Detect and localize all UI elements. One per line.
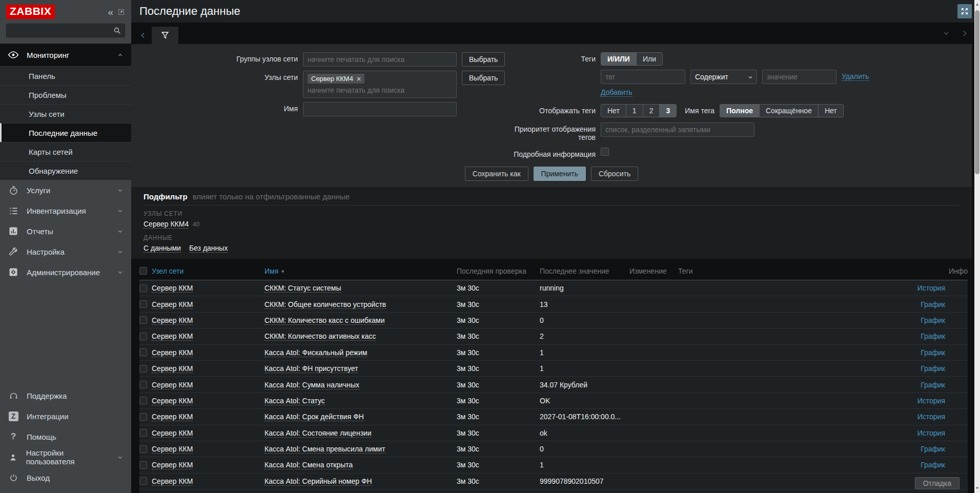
sidebar-item-configuration[interactable]: Настройка	[0, 241, 131, 262]
host-link[interactable]: Сервер ККМ	[152, 364, 193, 373]
row-checkbox[interactable]	[139, 397, 147, 404]
row-checkbox[interactable]	[139, 300, 147, 308]
item-name-link[interactable]: Касса Atol: Срок действия ФН	[264, 413, 364, 421]
select-all-checkbox[interactable]	[139, 267, 147, 275]
host-link[interactable]: Сервер ККМ	[152, 332, 193, 341]
tag-add-link[interactable]: Добавить	[601, 88, 632, 97]
host-link[interactable]: Сервер ККМ	[152, 477, 193, 486]
row-checkbox[interactable]	[139, 316, 147, 324]
host-link[interactable]: Сервер ККМ	[152, 413, 193, 421]
history-graph-link[interactable]: График	[921, 381, 968, 389]
history-graph-link[interactable]: График	[921, 332, 968, 340]
item-name-link[interactable]: Касса Atol: Фискальный режим	[264, 348, 367, 357]
row-checkbox[interactable]	[139, 429, 147, 437]
sidebar-collapse-icon[interactable]: «	[108, 7, 113, 17]
sidebar-item-help[interactable]: ? Помощь	[0, 426, 131, 447]
hosts-input-placeholder[interactable]: начните печатать для поиска	[308, 86, 452, 94]
search-icon[interactable]	[113, 26, 121, 35]
row-checkbox[interactable]	[139, 445, 147, 453]
history-graph-link[interactable]: График	[921, 300, 968, 309]
sidebar-item-monitoring[interactable]: Мониторинг	[0, 44, 131, 66]
row-checkbox[interactable]	[139, 461, 147, 469]
sidebar-item-maps[interactable]: Карты сетей	[0, 142, 131, 161]
chip-close-icon[interactable]: ×	[357, 75, 361, 83]
history-graph-link[interactable]: История	[917, 284, 968, 292]
tag-name-none[interactable]: Нет	[818, 105, 843, 117]
tag-name-short[interactable]: Сокращённое	[759, 105, 818, 117]
sidebar-item-reports[interactable]: Отчеты	[0, 221, 131, 241]
host-link[interactable]: Сервер ККМ	[152, 348, 193, 357]
host-groups-input[interactable]	[303, 52, 457, 67]
host-link[interactable]: Сервер ККМ	[152, 381, 193, 389]
apply-button[interactable]: Применить	[534, 167, 586, 181]
host-link[interactable]: Сервер ККМ	[152, 300, 193, 309]
history-graph-link[interactable]: График	[921, 445, 968, 453]
sidebar-item-inventory[interactable]: Инвентаризация	[0, 200, 131, 221]
reset-button[interactable]: Сбросить	[591, 167, 638, 181]
host-link[interactable]: Сервер ККМ	[152, 445, 193, 454]
history-graph-link[interactable]: График	[921, 461, 968, 469]
host-link[interactable]: Сервер ККМ	[152, 316, 193, 325]
host-link[interactable]: Сервер ККМ	[152, 429, 193, 438]
tag-value-input[interactable]	[762, 70, 836, 84]
show-tags-3[interactable]: 3	[659, 105, 676, 117]
tag-name-full[interactable]: Полное	[720, 105, 759, 117]
row-checkbox[interactable]	[139, 381, 147, 388]
item-name-link[interactable]: Касса Atol: Состояние лицензии	[264, 429, 372, 438]
item-name-link[interactable]: Касса Atol: Сумма наличных	[264, 381, 359, 389]
sidebar-item-latest-data[interactable]: Последние данные	[0, 123, 131, 142]
collapse-filter-icon[interactable]	[942, 29, 950, 37]
sidebar-item-integrations[interactable]: Z Интеграции	[0, 406, 131, 426]
item-name-link[interactable]: Касса Atol: Смена превысила лимит	[264, 445, 385, 454]
sidebar-item-problems[interactable]: Проблемы	[0, 85, 131, 104]
kiosk-mode-button[interactable]	[957, 4, 972, 18]
history-graph-link[interactable]: График	[921, 364, 968, 373]
sidebar-item-support[interactable]: Поддержка	[0, 385, 131, 406]
details-checkbox[interactable]	[601, 148, 609, 156]
item-name-link[interactable]: СККМ: Общее количество устройств	[264, 300, 386, 309]
filter-tab[interactable]	[152, 27, 178, 44]
tags-operator-or[interactable]: Или	[636, 53, 662, 65]
subfilter-with-data-link[interactable]: С данными	[144, 244, 181, 253]
sidebar-item-hosts[interactable]: Узлы сети	[0, 104, 131, 123]
host-link[interactable]: Сервер ККМ	[152, 284, 193, 293]
item-name-link[interactable]: Касса Atol: Смена открыта	[264, 461, 353, 469]
row-checkbox[interactable]	[139, 477, 147, 485]
debug-button[interactable]: Отладка	[915, 477, 959, 489]
sidebar-item-user-settings[interactable]: Настройки пользователя	[0, 447, 131, 467]
scroll-down-icon[interactable]: ▼	[974, 485, 980, 492]
name-input[interactable]	[303, 102, 457, 116]
history-graph-link[interactable]: График	[921, 316, 968, 324]
tag-priority-input[interactable]	[601, 122, 754, 137]
scroll-up-icon[interactable]: ▲	[974, 1, 980, 8]
sidebar-hide-icon[interactable]	[117, 8, 125, 16]
vertical-scrollbar[interactable]: ▲ ▼	[974, 0, 980, 493]
history-graph-link[interactable]: История	[917, 397, 968, 405]
sidebar-item-dashboard[interactable]: Панель	[0, 66, 131, 85]
sidebar-item-services[interactable]: Услуги	[0, 180, 131, 200]
show-tags-2[interactable]: 2	[643, 105, 660, 117]
zabbix-logo[interactable]: ZABBIX	[6, 5, 55, 19]
host-groups-select-button[interactable]: Выбрать	[462, 52, 505, 67]
sidebar-item-discovery[interactable]: Обнаружение	[0, 161, 131, 180]
item-name-link[interactable]: Касса Atol: ФН присутствует	[264, 364, 358, 373]
item-name-link[interactable]: Касса Atol: Серийный номер ФН	[264, 477, 372, 486]
show-tags-none[interactable]: Нет	[601, 105, 626, 117]
row-checkbox[interactable]	[139, 413, 147, 421]
subfilter-without-data-link[interactable]: Без данных	[189, 244, 228, 253]
row-checkbox[interactable]	[139, 284, 147, 292]
next-page-icon[interactable]	[961, 29, 969, 37]
host-link[interactable]: Сервер ККМ	[152, 461, 193, 469]
history-graph-link[interactable]: График	[921, 348, 968, 357]
sidebar-item-administration[interactable]: Администрирование	[0, 262, 131, 282]
row-checkbox[interactable]	[139, 333, 147, 340]
tag-remove-link[interactable]: Удалить	[842, 72, 869, 81]
sidebar-item-sign-out[interactable]: Выход	[0, 467, 131, 488]
tag-name-input[interactable]	[601, 70, 685, 84]
item-name-link[interactable]: Касса Atol: Статус	[264, 397, 325, 405]
row-checkbox[interactable]	[139, 365, 147, 373]
previous-page-icon[interactable]	[134, 27, 152, 44]
tag-match-select[interactable]: Содержит	[690, 70, 757, 84]
history-graph-link[interactable]: История	[917, 413, 968, 421]
row-checkbox[interactable]	[139, 348, 147, 356]
